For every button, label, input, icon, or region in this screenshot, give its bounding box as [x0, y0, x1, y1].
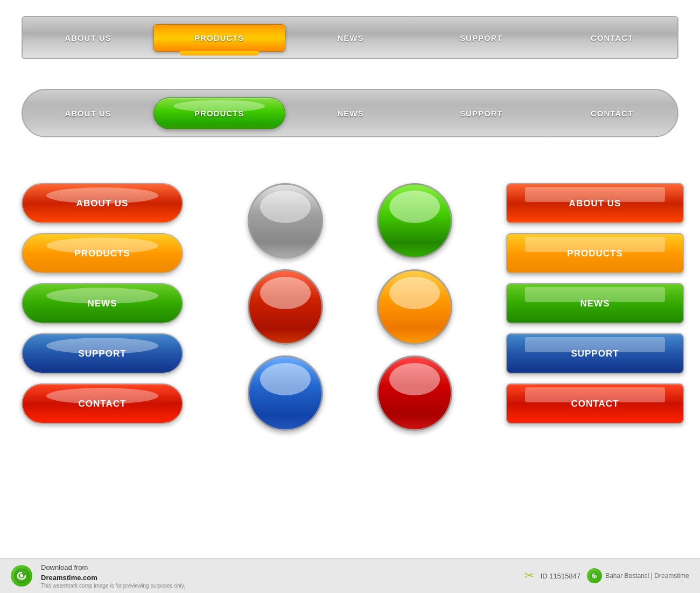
- rect-about-us-label: ABOUT US: [569, 198, 621, 209]
- nav2-news[interactable]: NEWS: [285, 109, 416, 118]
- pill-products-button[interactable]: PRODUCTS: [22, 233, 183, 274]
- footer-text-block: Download from Dreamstime.com This waterm…: [41, 563, 185, 588]
- footer: Download from Dreamstime.com This waterm…: [0, 558, 700, 593]
- rect-about-us-button[interactable]: ABOUT US: [506, 183, 684, 224]
- circle-blue-button[interactable]: [248, 355, 323, 431]
- svg-point-3: [593, 575, 596, 577]
- scissors-icon: ✂: [524, 569, 534, 583]
- footer-author-block: Bahar Bostanci | Dreamstime: [587, 568, 689, 583]
- pill-about-us-label: ABOUT US: [76, 198, 129, 209]
- rect-contact-button[interactable]: CONTACT: [506, 383, 684, 424]
- footer-site-name: Dreamstime.com: [41, 574, 97, 582]
- dt-logo-small-svg: [590, 571, 599, 581]
- svg-point-1: [20, 574, 23, 577]
- nav2-contact[interactable]: CONTACT: [547, 109, 677, 118]
- pill-buttons-group: ABOUT US PRODUCTS NEWS SUPPORT CONTACT: [22, 183, 183, 424]
- nav1-about-us[interactable]: ABOUT US: [23, 33, 153, 43]
- nav2-products-active[interactable]: PRODUCTS: [153, 97, 285, 129]
- footer-image-id: ID 11515847: [541, 572, 580, 580]
- nav1-news[interactable]: NEWS: [285, 33, 416, 43]
- rect-buttons-group: ABOUT US PRODUCTS NEWS SUPPORT CONTACT: [506, 183, 684, 424]
- nav1-support[interactable]: SUPPORT: [416, 33, 547, 43]
- navbar-pill: ABOUT US PRODUCTS NEWS SUPPORT CONTACT: [22, 89, 678, 137]
- nav1-contact[interactable]: CONTACT: [547, 33, 677, 43]
- rect-news-button[interactable]: NEWS: [506, 283, 684, 324]
- pill-support-button[interactable]: SUPPORT: [22, 333, 183, 374]
- circle-gray-button[interactable]: [248, 183, 323, 259]
- rect-products-label: PRODUCTS: [567, 248, 622, 259]
- circle-crimson-button[interactable]: [377, 355, 452, 431]
- rect-contact-label: CONTACT: [571, 399, 619, 409]
- pill-contact-label: CONTACT: [79, 399, 127, 409]
- circle-red-button[interactable]: [248, 269, 323, 345]
- pill-news-button[interactable]: NEWS: [22, 283, 183, 324]
- nav2-support[interactable]: SUPPORT: [416, 109, 547, 118]
- pill-support-label: SUPPORT: [78, 348, 126, 359]
- pill-products-label: PRODUCTS: [74, 248, 130, 259]
- dreamstime-small-logo: [587, 568, 602, 583]
- rect-support-label: SUPPORT: [571, 348, 619, 359]
- nav1-products-active[interactable]: PRODUCTS: [153, 24, 285, 52]
- footer-disclaimer: This watermark comp image is for preview…: [41, 583, 185, 589]
- circle-green-button[interactable]: [377, 183, 452, 259]
- dreamstime-logo: [11, 565, 32, 587]
- circle-buttons-group: [226, 183, 474, 431]
- pill-news-label: NEWS: [88, 298, 117, 309]
- circle-orange-button[interactable]: [377, 269, 452, 345]
- pill-about-us-button[interactable]: ABOUT US: [22, 183, 183, 224]
- footer-author-name: Bahar Bostanci | Dreamstime: [605, 572, 689, 580]
- pill-contact-button[interactable]: CONTACT: [22, 383, 183, 424]
- dreamstime-logo-svg: [14, 568, 29, 583]
- rect-products-button[interactable]: PRODUCTS: [506, 233, 684, 274]
- rect-support-button[interactable]: SUPPORT: [506, 333, 684, 374]
- nav2-about-us[interactable]: ABOUT US: [23, 109, 153, 118]
- footer-right-section: ✂ ID 11515847 Bahar Bostanci | Dreamstim…: [524, 568, 689, 583]
- footer-download-text: Download from Dreamstime.com: [41, 563, 185, 582]
- rect-news-label: NEWS: [580, 298, 610, 309]
- navbar-rectangular: ABOUT US PRODUCTS NEWS SUPPORT CONTACT: [22, 16, 678, 59]
